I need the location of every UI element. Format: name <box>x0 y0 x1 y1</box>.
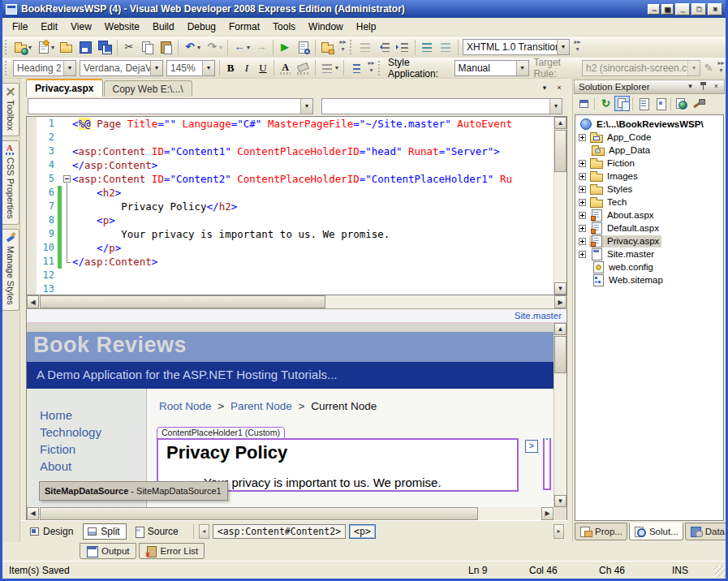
solution-root-row[interactable]: E:\...\BookReviewsWSP\ <box>575 118 723 131</box>
view-mode-split[interactable]: Split <box>83 523 126 540</box>
menu-window[interactable]: Window <box>302 19 350 35</box>
combo-arrow-icon[interactable]: ▾ <box>63 61 75 75</box>
breadcrumb-link-parent-node[interactable]: Parent Node <box>230 400 292 412</box>
open-file-button[interactable] <box>57 38 75 56</box>
document-list-dropdown-button[interactable]: ▾ <box>538 82 551 94</box>
toolbar-overflow-button[interactable]: ▸▸▾ <box>367 59 376 77</box>
tree-item-default-aspx[interactable]: Default.aspx <box>575 222 723 235</box>
html-schema-combo[interactable]: XHTML 1.0 Transitional ( ▾ <box>463 39 570 55</box>
save-all-button[interactable] <box>96 38 114 56</box>
minimize-button[interactable]: _ <box>675 3 690 15</box>
scroll-down-icon[interactable]: ▼ <box>554 495 566 507</box>
editor-vertical-scrollbar[interactable]: ▲ ▼ <box>554 117 566 295</box>
code-line-7[interactable]: 7 Privacy Policy</h2> <box>27 200 554 213</box>
view-code-icon[interactable] <box>635 96 651 111</box>
breadcrumb-link-root-node[interactable]: Root Node <box>159 400 212 412</box>
block-format-combo[interactable]: Heading 2 ▾ <box>13 60 76 76</box>
view-mode-design[interactable]: Design <box>25 523 80 540</box>
document-tab-copy-web-e[interactable]: Copy Web E:\...\ <box>104 80 192 97</box>
toolbar-grip[interactable] <box>378 61 382 75</box>
menu-build[interactable]: Build <box>146 19 181 35</box>
properties-window-button[interactable] <box>318 38 337 56</box>
menu-tools[interactable]: Tools <box>266 19 302 35</box>
scrollbar-thumb[interactable] <box>40 295 325 308</box>
underline-button[interactable]: U <box>255 59 271 77</box>
navigate-forward-button[interactable]: → <box>252 38 270 56</box>
tag-navigator-left-icon[interactable]: ◂ <box>199 524 209 539</box>
collapse-box-icon[interactable]: − <box>63 175 71 183</box>
menu-website[interactable]: Website <box>98 19 146 35</box>
code-line-1[interactable]: 1<%@ Page Title="" Language="C#" MasterP… <box>27 117 554 131</box>
auto-hide-pin-icon[interactable] <box>697 81 709 93</box>
outline-margin[interactable]: − <box>62 172 72 186</box>
combo-arrow-icon[interactable]: ▾ <box>202 61 214 75</box>
expand-icon[interactable] <box>579 251 586 258</box>
expand-icon[interactable] <box>579 160 586 167</box>
add-new-item-button[interactable]: ▾ <box>34 38 57 56</box>
panel-tab-data[interactable]: Data... <box>685 523 728 540</box>
scroll-left-icon[interactable]: ◀ <box>27 507 39 520</box>
tree-item-app-code[interactable]: App_Code <box>575 131 723 144</box>
expand-icon[interactable] <box>579 199 586 206</box>
resize-grip[interactable] <box>714 566 726 577</box>
undo-button[interactable]: ↶▾ <box>181 38 203 56</box>
toolbar-overflow-button[interactable]: ▸▸▾ <box>717 59 726 77</box>
menu-view[interactable]: View <box>64 19 98 35</box>
editor-event-dropdown[interactable]: ▾ <box>321 98 562 114</box>
menu-format[interactable]: Format <box>222 19 266 35</box>
scroll-right-icon[interactable]: ▶ <box>554 295 566 308</box>
code-line-13[interactable]: 13 <box>27 282 554 295</box>
menu-debug[interactable]: Debug <box>181 19 222 35</box>
menu-help[interactable]: Help <box>350 19 383 35</box>
scrollbar-thumb[interactable] <box>554 130 566 172</box>
tree-item-fiction[interactable]: Fiction <box>575 157 723 170</box>
maximize-button[interactable]: □ <box>691 3 706 15</box>
font-size-combo[interactable]: 145% ▾ <box>166 60 215 76</box>
design-surface[interactable]: Book Reviews A Demo Application for the … <box>27 323 566 507</box>
highlight-button[interactable] <box>294 59 312 77</box>
code-line-9[interactable]: 9 Your privacy is important to us. We pr… <box>27 227 554 241</box>
expand-icon[interactable] <box>579 134 586 141</box>
combo-arrow-icon[interactable]: ▾ <box>557 40 569 54</box>
tree-item-tech[interactable]: Tech <box>575 196 723 209</box>
scrollbar-thumb[interactable] <box>554 336 566 373</box>
tree-item-web-config[interactable]: web.config <box>575 260 723 273</box>
format-document-button[interactable] <box>356 38 375 56</box>
toolbar-overflow-button[interactable]: ▸▸▾ <box>338 38 347 56</box>
document-tab-privacy-aspx[interactable]: Privacy.aspx <box>26 79 103 97</box>
scroll-left-icon[interactable]: ◀ <box>27 295 39 308</box>
expand-icon[interactable] <box>579 225 586 232</box>
cut-button[interactable]: ✂ <box>120 38 138 56</box>
editor-object-dropdown[interactable]: ▾ <box>28 98 313 114</box>
sidebar-tab-manage-styles[interactable]: Manage Styles <box>2 229 19 311</box>
code-line-5[interactable]: 5−<asp:Content ID="Content2" ContentPlac… <box>27 172 554 186</box>
tree-item-site-master[interactable]: Site.master <box>575 247 723 260</box>
combo-arrow-icon[interactable]: ▾ <box>549 99 562 114</box>
tag-navigator-item[interactable]: <p> <box>349 524 376 539</box>
toolbar-overflow-button[interactable]: ▸▸▾ <box>573 38 582 56</box>
master-page-label[interactable]: Site.master <box>27 309 566 323</box>
code-lines[interactable]: 1<%@ Page Title="" Language="C#" MasterP… <box>27 117 554 295</box>
add-new-website-button[interactable]: ▾ <box>11 38 34 56</box>
code-line-6[interactable]: 6 <h2> <box>27 186 554 200</box>
scroll-up-icon[interactable]: ▲ <box>554 117 566 129</box>
sidebar-tab-toolbox[interactable]: Toolbox <box>2 83 19 136</box>
source-code-editor[interactable]: 1<%@ Page Title="" Language="C#" MasterP… <box>26 116 567 295</box>
bottom-tab-error-list[interactable]: Error List <box>139 543 205 559</box>
tree-item-about-aspx[interactable]: About.aspx <box>575 209 723 222</box>
sitemapdatasource-control-label[interactable]: SiteMapDataSource - SiteMapDataSource1 <box>39 481 228 501</box>
code-line-12[interactable]: 12 <box>27 269 554 282</box>
expand-icon[interactable] <box>579 212 586 219</box>
close-document-button[interactable]: × <box>553 82 566 94</box>
solution-explorer-toolbar-button[interactable] <box>294 38 312 56</box>
save-button[interactable] <box>75 38 96 56</box>
refresh-icon[interactable] <box>597 96 613 111</box>
copy-button[interactable] <box>138 38 157 56</box>
tree-item-privacy-aspx[interactable]: Privacy.aspx <box>575 235 723 247</box>
sidebar-tab-css-properties[interactable]: CSS Properties <box>2 140 19 225</box>
design-horizontal-scrollbar[interactable]: ◀ ▶ <box>27 507 566 520</box>
view-mode-source[interactable]: Source <box>130 523 185 540</box>
tag-navigator-right-icon[interactable]: ▸ <box>554 524 564 539</box>
solution-explorer-title-bar[interactable]: Solution Explorer ▾ × <box>574 80 725 94</box>
font-name-combo[interactable]: Verdana, DejaVu S ▾ <box>80 60 163 76</box>
